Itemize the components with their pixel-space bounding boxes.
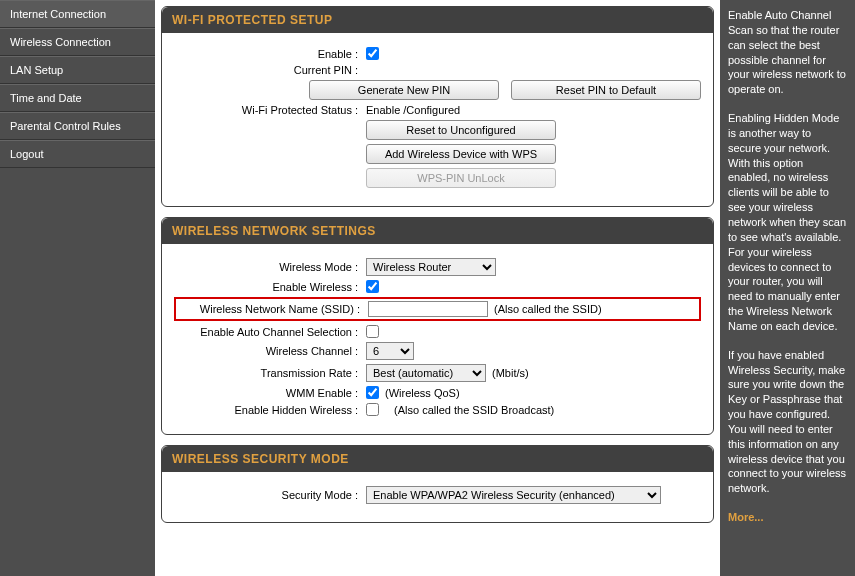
sidebar-item-internet-connection[interactable]: Internet Connection [0,0,155,28]
tx-rate-select[interactable]: Best (automatic) [366,364,486,382]
wps-status-label: Wi-Fi Protected Status : [174,104,366,116]
ssid-row-highlight: Wireless Network Name (SSID) : (Also cal… [174,297,701,321]
auto-channel-checkbox[interactable] [366,325,379,338]
reset-to-unconfigured-button[interactable]: Reset to Unconfigured [366,120,556,140]
wireless-channel-select[interactable]: 6 [366,342,414,360]
sidebar: Internet Connection Wireless Connection … [0,0,155,576]
generate-new-pin-button[interactable]: Generate New PIN [309,80,499,100]
wps-enable-label: Enable : [174,48,366,60]
wireless-mode-label: Wireless Mode : [174,261,366,273]
help-sidebar: Enable Auto Channel Scan so that the rou… [720,0,855,576]
sidebar-item-wireless-connection[interactable]: Wireless Connection [0,28,155,56]
sidebar-item-lan-setup[interactable]: LAN Setup [0,56,155,84]
reset-pin-default-button[interactable]: Reset PIN to Default [511,80,701,100]
tx-rate-unit: (Mbit/s) [492,367,529,379]
security-mode-select[interactable]: Enable WPA/WPA2 Wireless Security (enhan… [366,486,661,504]
panel-wps: WI-FI PROTECTED SETUP Enable : Current P… [161,6,714,207]
wireless-mode-select[interactable]: Wireless Router [366,258,496,276]
panel-security-title: WIRELESS SECURITY MODE [162,446,713,472]
wireless-channel-label: Wireless Channel : [174,345,366,357]
wmm-hint: (Wireless QoS) [385,387,460,399]
wps-pin-unlock-button: WPS-PIN UnLock [366,168,556,188]
hidden-wireless-hint: (Also called the SSID Broadcast) [394,404,554,416]
ssid-hint: (Also called the SSID) [494,303,602,315]
help-paragraph-2: Enabling Hidden Mode is another way to s… [728,111,847,334]
panel-wireless-settings: WIRELESS NETWORK SETTINGS Wireless Mode … [161,217,714,435]
security-mode-label: Security Mode : [174,489,366,501]
ssid-label: Wireless Network Name (SSID) : [176,303,368,315]
wmm-enable-checkbox[interactable] [366,386,379,399]
help-paragraph-3: If you have enabled Wireless Security, m… [728,348,847,496]
wps-current-pin-label: Current PIN : [174,64,366,76]
enable-wireless-checkbox[interactable] [366,280,379,293]
hidden-wireless-checkbox[interactable] [366,403,379,416]
ssid-input[interactable] [368,301,488,317]
panel-security-mode: WIRELESS SECURITY MODE Security Mode : E… [161,445,714,523]
wmm-enable-label: WMM Enable : [174,387,366,399]
hidden-wireless-label: Enable Hidden Wireless : [174,404,366,416]
sidebar-item-logout[interactable]: Logout [0,140,155,168]
wps-enable-checkbox[interactable] [366,47,379,60]
panel-wps-title: WI-FI PROTECTED SETUP [162,7,713,33]
sidebar-item-parental-control[interactable]: Parental Control Rules [0,112,155,140]
add-wireless-device-button[interactable]: Add Wireless Device with WPS [366,144,556,164]
auto-channel-label: Enable Auto Channel Selection : [174,326,366,338]
wps-status-value: Enable /Configured [366,104,460,116]
sidebar-item-time-and-date[interactable]: Time and Date [0,84,155,112]
enable-wireless-label: Enable Wireless : [174,281,366,293]
tx-rate-label: Transmission Rate : [174,367,366,379]
main-content: WI-FI PROTECTED SETUP Enable : Current P… [155,0,720,576]
help-more-link[interactable]: More... [728,511,763,523]
help-paragraph-1: Enable Auto Channel Scan so that the rou… [728,8,847,97]
panel-wireless-title: WIRELESS NETWORK SETTINGS [162,218,713,244]
